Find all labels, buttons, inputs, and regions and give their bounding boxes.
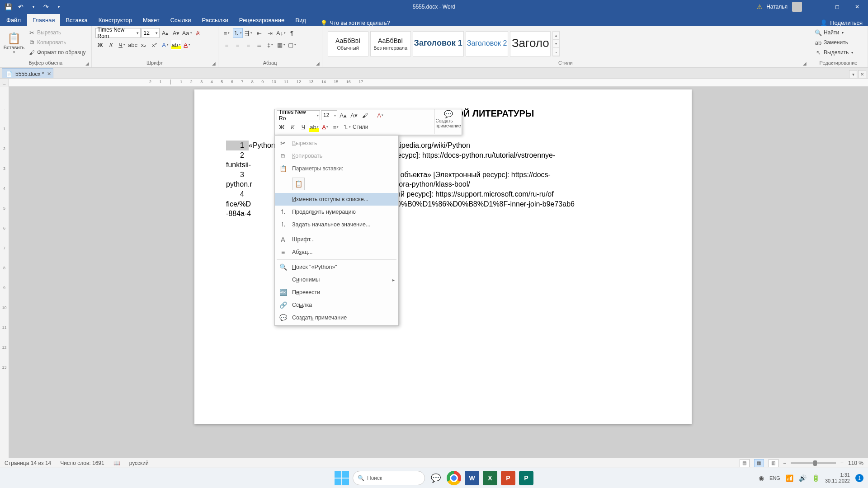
- align-left-button[interactable]: ≡: [222, 40, 232, 50]
- taskbar-clock[interactable]: 1:31 30.11.2022: [825, 472, 850, 484]
- mini-styles-button[interactable]: A: [375, 110, 385, 120]
- styles-launcher[interactable]: ◢: [802, 61, 807, 66]
- warning-icon[interactable]: ⚠: [757, 3, 763, 10]
- mini-bold[interactable]: Ж: [277, 122, 287, 132]
- status-spellcheck-icon[interactable]: 📖: [113, 460, 120, 466]
- doctab-5555[interactable]: 📄 5555.docx * ✕: [2, 68, 53, 78]
- font-launcher[interactable]: ◢: [211, 61, 217, 66]
- minimize-button[interactable]: —: [808, 0, 826, 14]
- tab-file[interactable]: Файл: [0, 14, 27, 26]
- tab-design[interactable]: Конструктор: [93, 14, 137, 26]
- ctx-font[interactable]: AШрифт...: [275, 233, 398, 246]
- user-name[interactable]: Наталья: [766, 4, 788, 10]
- ctx-synonyms[interactable]: Синонимы▸: [275, 273, 398, 286]
- start-button[interactable]: [335, 471, 349, 485]
- bold-button[interactable]: Ж: [95, 40, 105, 50]
- ctx-search[interactable]: 🔍Поиск "«Python»": [275, 261, 398, 273]
- ctx-translate[interactable]: 🔤Перевести: [275, 286, 398, 299]
- decrease-indent-button[interactable]: ⇤: [255, 28, 264, 38]
- avatar[interactable]: [792, 2, 802, 12]
- bullets-button[interactable]: ≡: [222, 28, 232, 38]
- paste-keep-source[interactable]: 📋: [292, 178, 305, 190]
- view-read-mode[interactable]: ▤: [740, 459, 750, 467]
- vertical-ruler[interactable]: ·12345678910111213: [0, 87, 9, 472]
- mini-font-combo[interactable]: Times New Ro: [277, 110, 320, 120]
- format-painter-button[interactable]: 🖌Формат по образцу: [26, 48, 88, 57]
- status-lang[interactable]: русский: [129, 460, 149, 466]
- clear-format-button[interactable]: A̷: [193, 28, 203, 38]
- ctx-adjust-indents[interactable]: Изменить отступы в списке...: [275, 193, 398, 206]
- tab-insert[interactable]: Вставка: [60, 14, 93, 26]
- paragraph-launcher[interactable]: ◢: [315, 61, 321, 66]
- zoom-out-button[interactable]: −: [783, 460, 786, 466]
- underline-button[interactable]: Ч: [117, 40, 127, 50]
- mini-numbering[interactable]: ⒈: [342, 122, 352, 132]
- mini-highlight[interactable]: ab: [309, 122, 319, 132]
- undo-icon[interactable]: ↶: [16, 2, 25, 11]
- tab-home[interactable]: Главная: [27, 14, 60, 26]
- mini-underline[interactable]: Ч: [298, 122, 308, 132]
- zoom-level[interactable]: 110 %: [848, 460, 863, 466]
- borders-button[interactable]: ▢: [287, 40, 297, 50]
- style-title[interactable]: Заголо: [510, 31, 551, 56]
- mini-size-combo[interactable]: 12: [321, 110, 337, 120]
- ctx-create-comment[interactable]: 💬Создать примечание: [275, 311, 398, 324]
- cut-button[interactable]: ✂Вырезать: [26, 28, 88, 37]
- taskbar-lang[interactable]: ENG: [769, 475, 780, 481]
- mini-fontcolor[interactable]: A: [320, 122, 330, 132]
- increase-indent-button[interactable]: ⇥: [265, 28, 275, 38]
- change-case-button[interactable]: Aa: [182, 28, 192, 38]
- strike-button[interactable]: abc: [128, 40, 138, 50]
- zoom-in-button[interactable]: +: [840, 460, 844, 466]
- ctx-continue-numbering[interactable]: ⒈Продолжить нумерацию: [275, 206, 398, 218]
- taskbar-word[interactable]: W: [465, 471, 479, 485]
- taskbar-search[interactable]: 🔍Поиск: [353, 471, 425, 485]
- mini-styles-label[interactable]: Стили: [353, 122, 368, 132]
- justify-button[interactable]: ≣: [255, 40, 264, 50]
- font-color-button[interactable]: A: [182, 40, 192, 50]
- paste-button[interactable]: 📋 Вставить ▾: [4, 28, 24, 58]
- doctab-close-all[interactable]: ✕: [858, 70, 866, 78]
- font-name-combo[interactable]: Times New Rom: [95, 28, 141, 38]
- qat-dropdown-icon[interactable]: ▾: [29, 2, 38, 11]
- shading-button[interactable]: ▦: [276, 40, 286, 50]
- shrink-font-button[interactable]: A▾: [171, 28, 181, 38]
- styles-scroll[interactable]: ▴▾⌄: [552, 31, 560, 56]
- grow-font-button[interactable]: A▴: [160, 28, 170, 38]
- taskbar-excel[interactable]: X: [483, 471, 497, 485]
- maximize-button[interactable]: ◻: [828, 0, 846, 14]
- qat-customize-icon[interactable]: ▾: [54, 2, 63, 11]
- tab-view[interactable]: Вид: [290, 14, 311, 26]
- steam-icon[interactable]: ◉: [759, 474, 764, 482]
- replace-button[interactable]: abЗаменить: [813, 38, 850, 47]
- ctx-paragraph[interactable]: ≡Абзац...: [275, 246, 398, 258]
- taskbar-publisher[interactable]: P: [519, 471, 533, 485]
- taskbar-powerpoint[interactable]: P: [501, 471, 515, 485]
- select-button[interactable]: ↖Выделить▾: [813, 48, 855, 57]
- font-size-combo[interactable]: 12: [142, 28, 160, 38]
- ctx-link[interactable]: 🔗Ссылка: [275, 299, 398, 311]
- italic-button[interactable]: К: [106, 40, 116, 50]
- style-heading1[interactable]: Заголовок 1: [413, 31, 464, 56]
- tell-me-search[interactable]: 💡 Что вы хотите сделать?: [321, 20, 390, 26]
- mini-bullets[interactable]: ≡: [331, 122, 341, 132]
- battery-icon[interactable]: 🔋: [812, 474, 820, 482]
- text-effects-button[interactable]: A: [160, 40, 170, 50]
- style-nospacing[interactable]: АаБбВвІБез интервала: [370, 31, 411, 56]
- mini-shrink-font[interactable]: A▾: [349, 110, 359, 120]
- horizontal-ruler[interactable]: 2 · · · 1 · · · │ · · · 1 · · · 2 · · · …: [9, 79, 868, 86]
- style-normal[interactable]: АаБбВвІОбычный: [328, 31, 368, 56]
- ctx-set-start[interactable]: ⒈Задать начальное значение...: [275, 218, 398, 231]
- share-button[interactable]: Поделиться: [830, 19, 863, 26]
- taskbar-chrome[interactable]: [447, 471, 461, 485]
- clipboard-launcher[interactable]: ◢: [85, 61, 90, 66]
- wifi-icon[interactable]: 📶: [786, 474, 793, 482]
- align-right-button[interactable]: ≡: [244, 40, 254, 50]
- tab-review[interactable]: Рецензирование: [234, 14, 290, 26]
- ctx-cut[interactable]: ✂Вырезать: [275, 137, 398, 150]
- mini-create-comment[interactable]: 💬 Создать примечание: [434, 109, 462, 134]
- mini-italic[interactable]: К: [288, 122, 297, 132]
- view-print-layout[interactable]: ▦: [754, 459, 764, 467]
- line-spacing-button[interactable]: ‡: [265, 40, 275, 50]
- ruler-corner[interactable]: ∟: [0, 79, 9, 87]
